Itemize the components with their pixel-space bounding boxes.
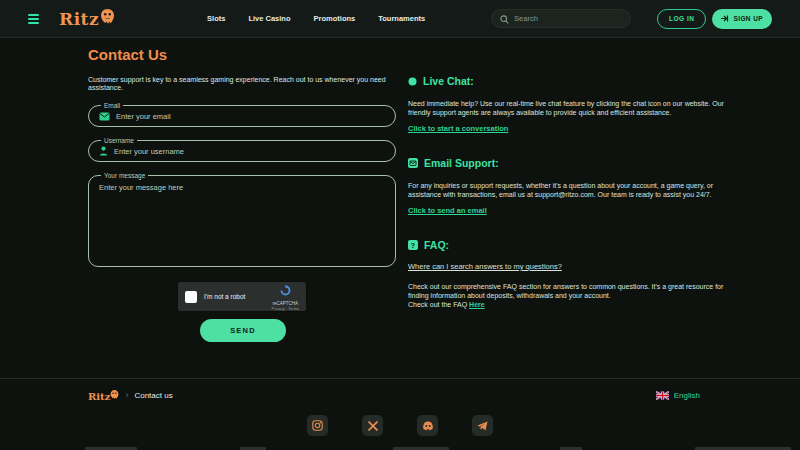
breadcrumb-current: Contact us [134,391,172,400]
recaptcha-brand: reCAPTCHA Privacy - Terms [272,282,299,311]
faq-title: FAQ: [424,239,449,251]
breadcrumb-chevron-icon: › [125,390,128,400]
uk-flag-icon [656,386,669,404]
email-field[interactable]: Email [88,105,396,127]
intro-text: Customer support is key to a seamless ga… [88,76,390,92]
email-support-title: Email Support: [424,157,499,169]
faq-body: Check out our comprehensive FAQ section … [408,282,730,309]
faq-question-link[interactable]: Where can I search answers to my questio… [408,262,562,271]
nav-item-tournaments[interactable]: Tournaments [378,14,425,23]
footer-logo[interactable]: Ritz [88,386,119,404]
top-navbar: Ritz Slots Live Casino Promotions Tourna… [0,0,800,38]
ghost-o-icon [99,8,115,29]
language-selector[interactable]: English [656,386,700,404]
signup-button[interactable]: SIGN UP [712,9,772,29]
live-chat-section: Live Chat: Need immediate help? Use our … [408,72,730,135]
live-chat-link[interactable]: Click to start a conversation [408,124,508,133]
page-root: Ritz Slots Live Casino Promotions Tourna… [0,0,800,450]
email-support-icon [408,154,418,172]
faq-section: ? FAQ: Where can I search answers to my … [408,236,730,309]
x-twitter-icon[interactable] [362,415,383,436]
support-info: Live Chat: Need immediate help? Use our … [408,63,730,342]
email-support-section: Email Support: For any inquiries or supp… [408,154,730,217]
live-chat-body: Need immediate help? Use our real-time l… [408,99,730,117]
ritzo-logo[interactable]: Ritz [59,8,115,29]
page-title: Contact Us [88,46,730,63]
footer: Ritz › Contact us English [0,378,800,450]
faq-question-icon: ? [408,236,418,254]
social-links [0,409,800,444]
instagram-icon[interactable] [307,415,328,436]
live-chat-title: Live Chat: [423,75,474,87]
recaptcha-label: I'm not a robot [204,293,245,300]
logo-text: Ritz [59,11,99,28]
nav-item-promotions[interactable]: Promotions [314,14,356,23]
cutoff-footer-text [0,444,800,450]
signup-label: SIGN UP [733,15,763,22]
recaptcha-logo-icon [280,282,291,300]
search-icon [500,10,509,28]
signup-arrow-icon [721,15,729,23]
message-field[interactable]: Your message [88,175,396,267]
svg-text:?: ? [411,242,415,249]
nav-item-slots[interactable]: Slots [207,14,225,23]
faq-here-link[interactable]: Here [469,301,485,308]
send-button[interactable]: SEND [200,319,286,342]
email-field-label: Email [101,102,123,109]
recaptcha-legal-links[interactable]: Privacy - Terms [272,306,299,311]
main-content: Contact Us Customer support is key to a … [0,38,800,378]
live-chat-dot-icon [408,72,417,90]
username-field-label: Username [101,137,137,144]
email-support-link[interactable]: Click to send an email [408,206,487,215]
envelope-icon [99,107,110,125]
message-textarea[interactable] [99,183,385,263]
username-field[interactable]: Username [88,140,396,162]
search-box[interactable] [491,9,631,28]
email-input[interactable] [116,112,385,121]
language-label: English [674,391,700,400]
main-nav: Slots Live Casino Promotions Tournaments [207,14,425,23]
faq-body-tail: Check out the FAQ [408,301,469,308]
username-input[interactable] [114,147,385,156]
email-support-body: For any inquiries or support requests, w… [408,181,730,199]
recaptcha-checkbox[interactable] [185,291,197,303]
nav-item-live-casino[interactable]: Live Casino [248,14,290,23]
login-button[interactable]: LOG IN [657,9,706,29]
person-icon [99,142,108,160]
message-field-label: Your message [101,172,148,179]
search-input[interactable] [514,14,622,23]
recaptcha-widget: I'm not a robot reCAPTCHA Privacy - Term… [178,282,306,311]
telegram-icon[interactable] [472,415,493,436]
menu-icon[interactable] [28,14,39,24]
discord-icon[interactable] [417,415,438,436]
contact-form: Customer support is key to a seamless ga… [88,63,396,342]
footer-ghost-o-icon [110,386,119,404]
